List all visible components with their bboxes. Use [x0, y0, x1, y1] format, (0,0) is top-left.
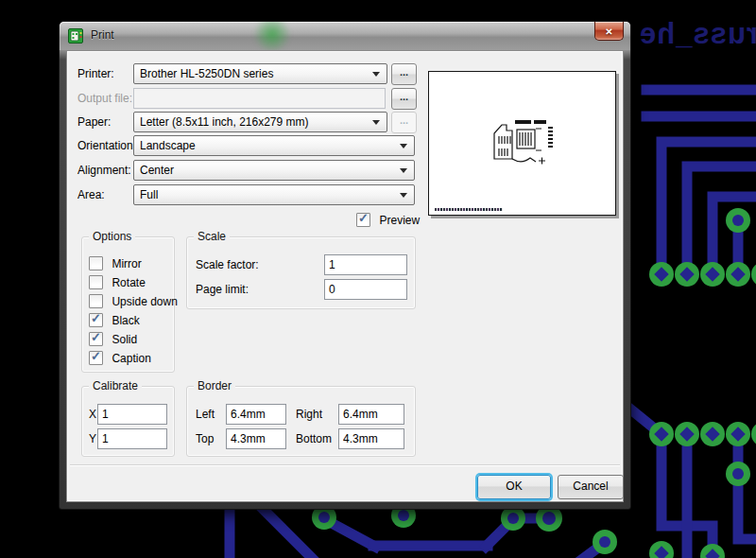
- ok-button[interactable]: OK: [477, 475, 551, 499]
- output-file-browse-button[interactable]: ...: [391, 88, 417, 110]
- options-group: Options Mirror Rotate Upside down Black: [81, 236, 175, 373]
- black-label: Black: [112, 314, 139, 327]
- window-title: Print: [91, 22, 114, 49]
- printer-browse-button[interactable]: ...: [391, 63, 417, 85]
- close-icon: ✕: [605, 26, 612, 37]
- scale-factor-input[interactable]: [324, 254, 407, 275]
- border-top-input[interactable]: [226, 428, 286, 449]
- calibrate-group: Calibrate X Y: [81, 386, 175, 457]
- border-top-label: Top: [196, 432, 214, 445]
- checkbox-icon[interactable]: [89, 275, 103, 289]
- upside-down-checkbox[interactable]: Upside down: [89, 292, 178, 309]
- border-bottom-label: Bottom: [296, 432, 332, 445]
- solid-checkbox[interactable]: Solid: [89, 330, 137, 347]
- rotate-checkbox[interactable]: Rotate: [89, 273, 146, 290]
- checkbox-icon[interactable]: [89, 332, 103, 346]
- border-left-input[interactable]: [226, 404, 286, 425]
- page-limit-input[interactable]: [324, 279, 407, 300]
- border-right-label: Right: [296, 408, 322, 421]
- border-left-label: Left: [196, 408, 215, 421]
- orientation-label: Orientation:: [77, 139, 136, 152]
- upside-down-label: Upside down: [112, 295, 177, 308]
- printer-select[interactable]: Brother HL-5250DN series: [133, 63, 387, 84]
- printer-value: Brother HL-5250DN series: [140, 64, 273, 83]
- area-label: Area:: [77, 188, 105, 201]
- page-limit-label: Page limit:: [196, 283, 249, 296]
- caption-checkbox[interactable]: Caption: [89, 349, 151, 366]
- border-group-title: Border: [194, 379, 235, 392]
- scale-group: Scale Scale factor: Page limit:: [186, 236, 416, 309]
- title-bar[interactable]: Print ✕: [60, 22, 630, 50]
- border-bottom-input[interactable]: [338, 428, 404, 449]
- chevron-down-icon: [372, 120, 380, 125]
- calibrate-y-label: Y: [89, 432, 96, 445]
- chevron-down-icon: [372, 72, 380, 77]
- area-value: Full: [140, 185, 158, 204]
- alignment-select[interactable]: Center: [133, 160, 415, 181]
- rotate-label: Rotate: [112, 276, 145, 289]
- checkbox-icon[interactable]: [89, 313, 103, 327]
- output-file-input: [133, 88, 386, 109]
- cancel-button[interactable]: Cancel: [558, 475, 624, 499]
- mirrored-silkscreen-text: russ_he: [639, 17, 756, 50]
- black-checkbox[interactable]: Black: [89, 311, 140, 328]
- paper-label: Paper:: [77, 115, 111, 129]
- glass-via-glow: [251, 22, 293, 50]
- checkbox-icon[interactable]: [89, 294, 103, 308]
- border-right-input[interactable]: [338, 404, 404, 425]
- printer-label: Printer:: [77, 67, 114, 80]
- calibrate-x-input[interactable]: [97, 404, 167, 425]
- calibrate-group-title: Calibrate: [89, 379, 142, 392]
- preview-caption-text: [435, 208, 503, 211]
- paper-browse-button: ...: [391, 112, 417, 133]
- screen: russ_he: [0, 0, 756, 558]
- checkbox-icon[interactable]: [89, 351, 103, 365]
- scale-group-title: Scale: [194, 230, 230, 243]
- border-group: Border Left Right Top Bottom: [186, 386, 416, 457]
- mirror-label: Mirror: [112, 257, 141, 270]
- chevron-down-icon: [400, 144, 407, 148]
- checkbox-icon[interactable]: [89, 256, 103, 270]
- solid-label: Solid: [112, 333, 137, 346]
- checkbox-icon[interactable]: [356, 213, 370, 227]
- paper-value: Letter (8.5x11 inch, 216x279 mm): [140, 113, 309, 131]
- paper-select[interactable]: Letter (8.5x11 inch, 216x279 mm): [133, 112, 387, 132]
- orientation-value: Landscape: [140, 136, 196, 155]
- alignment-value: Center: [140, 161, 174, 180]
- print-preview-page: [428, 71, 616, 216]
- mirror-checkbox[interactable]: Mirror: [89, 254, 142, 271]
- orientation-select[interactable]: Landscape: [133, 135, 415, 156]
- output-file-label: Output file:: [77, 92, 132, 105]
- calibrate-y-input[interactable]: [97, 428, 167, 449]
- app-icon: [68, 28, 83, 44]
- print-dialog: Print ✕ Printer: Brother HL-5250DN serie…: [59, 21, 631, 510]
- preview-checkbox-label: Preview: [379, 214, 420, 227]
- caption-label: Caption: [112, 352, 150, 365]
- dialog-body: Printer: Brother HL-5250DN series ... Ou…: [66, 50, 624, 502]
- options-group-title: Options: [89, 230, 135, 243]
- pcb-thumbnail: [491, 119, 558, 168]
- chevron-down-icon: [400, 193, 407, 198]
- preview-checkbox[interactable]: Preview: [356, 211, 420, 228]
- chevron-down-icon: [400, 168, 407, 173]
- close-button[interactable]: ✕: [594, 22, 624, 41]
- divider: [70, 464, 620, 466]
- alignment-label: Alignment:: [77, 164, 131, 177]
- calibrate-x-label: X: [89, 408, 96, 421]
- scale-factor-label: Scale factor:: [196, 258, 259, 271]
- area-select[interactable]: Full: [133, 184, 415, 205]
